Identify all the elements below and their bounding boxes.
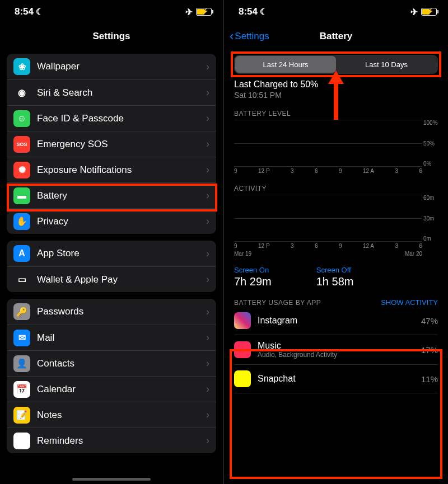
passwords-icon: 🔑 xyxy=(13,303,30,320)
chevron-right-icon: › xyxy=(206,190,209,201)
chevron-right-icon: › xyxy=(206,306,209,318)
screen-on-value: 7h 29m xyxy=(234,275,272,288)
chevron-right-icon: › xyxy=(206,332,209,344)
row-label: App Store xyxy=(37,248,206,259)
row-label: Exposure Notifications xyxy=(37,165,206,176)
status-time: 8:54☾ xyxy=(239,6,267,17)
chevron-right-icon: › xyxy=(206,138,209,150)
row-exposure[interactable]: ✺Exposure Notifications› xyxy=(7,157,216,182)
moon-icon: ☾ xyxy=(36,7,43,16)
sos-icon: SOS xyxy=(13,136,30,153)
airplane-icon: ✈ xyxy=(185,7,193,17)
row-label: Emergency SOS xyxy=(37,139,206,150)
exposure-icon: ✺ xyxy=(13,162,30,178)
row-faceid[interactable]: ☺Face ID & Passcode› xyxy=(7,105,216,131)
seg-24h[interactable]: Last 24 Hours xyxy=(235,56,336,73)
nav-bar: ‹Settings Battery xyxy=(224,24,448,49)
row-label: Contacts xyxy=(37,358,206,369)
usage-row[interactable]: MusicAudio, Background Activity17% xyxy=(234,335,438,365)
chevron-right-icon: › xyxy=(206,248,209,260)
row-passwords[interactable]: 🔑Passwords› xyxy=(7,299,216,325)
wallet-icon: ▭ xyxy=(13,271,30,288)
siri-icon: ◉ xyxy=(13,84,30,101)
app-pct: 17% xyxy=(421,345,438,355)
date-labels: Mar 19Mar 20 xyxy=(234,251,438,257)
row-notes[interactable]: 📝Notes› xyxy=(7,402,216,427)
row-label: Battery xyxy=(37,190,206,201)
page-title: Battery xyxy=(320,31,353,42)
battery-screen: 8:54☾ ✈ ⚡ ‹Settings Battery Last 24 Hour… xyxy=(224,0,448,484)
row-contacts[interactable]: 👤Contacts› xyxy=(7,350,216,376)
usage-list: Instagram47%MusicAudio, Background Activ… xyxy=(234,307,438,393)
chevron-right-icon: › xyxy=(206,215,209,227)
app-icon xyxy=(234,341,251,358)
app-pct: 47% xyxy=(421,316,438,326)
arrow-annotation xyxy=(325,71,347,121)
chevron-right-icon: › xyxy=(206,112,209,124)
notes-icon: 📝 xyxy=(13,407,30,424)
chevron-right-icon: › xyxy=(206,164,209,176)
chevron-right-icon: › xyxy=(206,383,209,395)
screen-off-label: Screen Off xyxy=(316,266,354,274)
privacy-icon: ✋ xyxy=(13,213,30,230)
row-calendar[interactable]: 📅Calendar› xyxy=(7,376,216,402)
svg-marker-0 xyxy=(328,71,344,120)
row-label: Reminders xyxy=(37,435,206,447)
app-icon xyxy=(234,370,251,387)
reminders-icon: ☑ xyxy=(13,433,30,449)
chevron-left-icon: ‹ xyxy=(230,29,234,44)
wallpaper-icon: ❀ xyxy=(13,58,30,75)
usage-row[interactable]: Instagram47% xyxy=(234,307,438,335)
chevron-right-icon: › xyxy=(206,274,209,285)
chevron-right-icon: › xyxy=(206,409,209,421)
row-battery[interactable]: ▬Battery› xyxy=(7,182,216,208)
home-indicator[interactable] xyxy=(72,478,151,481)
chevron-right-icon: › xyxy=(206,61,209,73)
row-sos[interactable]: SOSEmergency SOS› xyxy=(7,131,216,157)
screen-off-value: 1h 58m xyxy=(316,275,354,288)
contacts-icon: 👤 xyxy=(13,355,30,372)
app-pct: 11% xyxy=(421,374,438,384)
seg-10d[interactable]: Last 10 Days xyxy=(336,56,437,73)
status-bar: 8:54☾ ✈ ⚡ xyxy=(0,0,223,24)
row-privacy[interactable]: ✋Privacy› xyxy=(7,208,216,234)
usage-row[interactable]: Snapchat11% xyxy=(234,365,438,393)
settings-screen: 8:54☾ ✈ ⚡ Settings ❀Wallpaper›◉Siri & Se… xyxy=(0,0,224,484)
screen-time-row: Screen On7h 29m Screen Off1h 58m xyxy=(234,266,438,288)
row-label: Wallet & Apple Pay xyxy=(37,274,206,285)
row-reminders[interactable]: ☑Reminders› xyxy=(7,427,216,453)
status-time: 8:54☾ xyxy=(15,6,43,17)
battery-icon: ▬ xyxy=(13,187,30,204)
screen-on-label: Screen On xyxy=(234,266,272,274)
back-button[interactable]: ‹Settings xyxy=(230,29,269,44)
appstore-icon: A xyxy=(13,245,30,262)
airplane-icon: ✈ xyxy=(410,7,418,17)
settings-list[interactable]: ❀Wallpaper›◉Siri & Search›☺Face ID & Pas… xyxy=(0,49,223,484)
row-appstore[interactable]: AApp Store› xyxy=(7,241,216,266)
row-wallpaper[interactable]: ❀Wallpaper› xyxy=(7,54,216,79)
row-siri[interactable]: ◉Siri & Search› xyxy=(7,79,216,105)
status-bar: 8:54☾ ✈ ⚡ xyxy=(224,0,448,24)
mail-icon: ✉ xyxy=(13,330,30,346)
row-label: Privacy xyxy=(37,216,206,227)
row-label: Siri & Search xyxy=(37,87,206,98)
chevron-right-icon: › xyxy=(206,358,209,369)
chevron-right-icon: › xyxy=(206,435,209,447)
app-icon xyxy=(234,312,251,329)
battery-icon: ⚡ xyxy=(421,8,437,16)
row-label: Mail xyxy=(37,332,206,344)
app-name: Music xyxy=(258,341,421,351)
usage-header: BATTERY USAGE BY APP SHOW ACTIVITY xyxy=(234,298,438,307)
app-name: Instagram xyxy=(258,316,421,326)
row-wallet[interactable]: ▭Wallet & Apple Pay› xyxy=(7,266,216,292)
row-label: Wallpaper xyxy=(37,61,206,72)
app-sub: Audio, Background Activity xyxy=(258,351,421,359)
row-label: Passwords xyxy=(37,306,206,317)
row-label: Calendar xyxy=(37,384,206,395)
faceid-icon: ☺ xyxy=(13,110,30,127)
battery-content[interactable]: Last 24 Hours Last 10 Days Last Charged … xyxy=(224,49,448,393)
show-activity-button[interactable]: SHOW ACTIVITY xyxy=(381,298,438,307)
page-title: Settings xyxy=(92,31,130,42)
row-mail[interactable]: ✉Mail› xyxy=(7,325,216,350)
row-label: Notes xyxy=(37,410,206,421)
